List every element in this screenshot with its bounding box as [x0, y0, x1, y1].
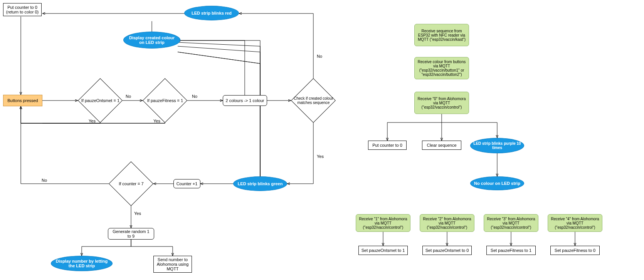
node-recv-0: Receive "0" from Alohomora via MQTT ("es… [414, 92, 469, 114]
node-gen-random: Generate random 1 to 9 [108, 228, 154, 240]
text: Display created colour on LED strip [126, 35, 178, 45]
text: Put counter to 0 (return to color 0) [6, 5, 39, 14]
svg-line-6 [178, 42, 260, 46]
label-ontsmet-yes: Yes [89, 119, 96, 123]
text: Generate random 1 to 9 [111, 229, 151, 238]
node-led-green: LED strip blinks green [233, 176, 287, 191]
text: LED strip blinks purple 10 times [473, 141, 521, 150]
node-recv-4: Receive "4" from Alohomora via MQTT ("es… [548, 214, 602, 232]
node-set-ontsmet-1: Set pauzeOntsmet to 1 [358, 246, 408, 255]
text: No colour on LED strip [474, 181, 520, 186]
label-match-yes: Yes [317, 154, 324, 159]
node-recv-2: Receive "2" from Alohomora via MQTT ("es… [420, 214, 474, 232]
node-two-colours: 2 colours -> 1 colour [223, 95, 267, 106]
text: Receive "2" from Alohomora via MQTT ("es… [422, 217, 472, 230]
text: Receive "4" from Alohomora via MQTT ("es… [550, 217, 600, 230]
text: Set pauzeFitness to 0 [555, 248, 595, 253]
node-led-purple: LED strip blinks purple 10 times [470, 138, 524, 153]
label-counter7-no: No [42, 178, 47, 183]
node-counter-plus: Counter +1 [173, 179, 200, 188]
text: Receive "3" from Alohomora via MQTT ("es… [486, 217, 536, 230]
node-set-fitness-1: Set pauzeFitness to 1 [486, 246, 536, 255]
node-led-red: LED strip blinks red [184, 6, 239, 20]
label-counter7-yes: Yes [134, 211, 141, 216]
node-recv-seq: Receive sequence from ESP32 with NFC rea… [414, 24, 469, 46]
text: LED strip blinks red [192, 11, 232, 15]
text: Receive "0" from Alohomora via MQTT ("es… [417, 97, 466, 109]
label-fitness-no: No [192, 94, 197, 99]
node-send-number: Send number to Alohomora using MQTT [153, 256, 192, 273]
node-put-counter-0-r: Put counter to 0 [368, 141, 407, 150]
node-if-pauze-fitness: If pauzeFitness = 1 [149, 85, 181, 116]
text: Receive "1" from Alohomora via MQTT ("es… [358, 217, 408, 230]
text: Counter +1 [177, 181, 198, 186]
node-no-colour: No colour on LED strip [470, 176, 524, 190]
text: Set pauzeOntsmet to 1 [362, 248, 405, 253]
node-clear-seq: Clear sequence [422, 141, 461, 150]
node-set-fitness-0: Set pauzeFitness to 0 [550, 246, 600, 255]
text: If pauzeFitness = 1 [147, 98, 183, 103]
text: Clear sequence [427, 143, 456, 148]
node-if-counter-7: If counter = 7 [115, 168, 147, 200]
text: Display number by letting the LED strip [54, 259, 110, 268]
text: If pauzeOntsmet = 1 [81, 98, 119, 103]
text: Set pauzeFitness to 1 [491, 248, 531, 253]
node-display-colour: Display created colour on LED strip [123, 32, 180, 49]
node-recv-3: Receive "3" from Alohomora via MQTT ("es… [484, 214, 538, 232]
label-match-no: No [317, 54, 322, 59]
node-recv-colour: Receive colour from buttons via MQTT ("e… [414, 57, 469, 79]
node-display-number: Display number by letting the LED strip [51, 256, 113, 271]
node-set-ontsmet-0: Set pauzeOntsmet to 0 [422, 246, 472, 255]
text: LED strip blinks green [238, 181, 283, 186]
text: Receive colour from buttons via MQTT ("e… [417, 60, 466, 77]
node-check-match: Check if created colour matches sequence [298, 85, 329, 116]
flowchart-canvas: Put counter to 0 (return to color 0) But… [0, 0, 644, 280]
text: 2 colours -> 1 colour [226, 98, 264, 103]
text: Set pauzeOntsmet to 0 [425, 248, 469, 253]
node-if-pauze-ontsmet: If pauzeOntsmet = 1 [84, 85, 116, 116]
text: Put counter to 0 [372, 143, 402, 148]
edges-layer [0, 0, 644, 280]
text: Buttons pressed [7, 98, 38, 103]
node-recv-1: Receive "1" from Alohomora via MQTT ("es… [356, 214, 410, 232]
text: If counter = 7 [119, 181, 144, 186]
text: Send number to Alohomora using MQTT [156, 257, 189, 271]
node-buttons-pressed: Buttons pressed [3, 95, 42, 106]
text: Receive sequence from ESP32 with NFC rea… [417, 29, 466, 42]
label-ontsmet-no: No [126, 94, 131, 99]
node-put-counter-0: Put counter to 0 (return to color 0) [3, 3, 42, 16]
text: Check if created colour matches sequence [293, 96, 335, 105]
label-fitness-yes: Yes [153, 119, 160, 123]
